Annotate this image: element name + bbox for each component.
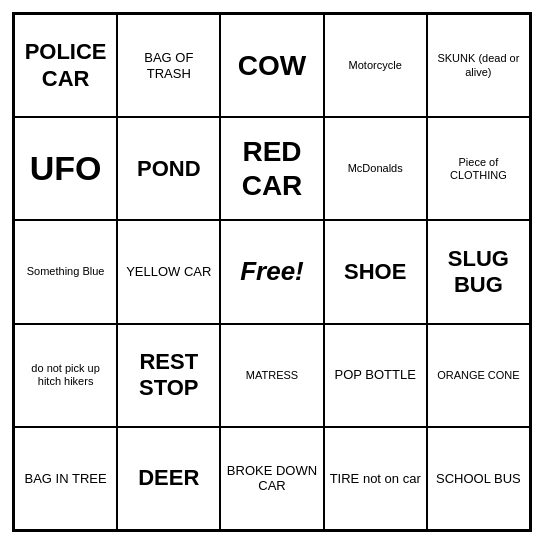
cell-text-23: TIRE not on car — [329, 471, 422, 487]
bingo-cell-24: SCHOOL BUS — [427, 427, 530, 530]
cell-text-5: UFO — [19, 148, 112, 189]
bingo-cell-10: Something Blue — [14, 220, 117, 323]
cell-text-9: Piece of CLOTHING — [432, 156, 525, 182]
bingo-cell-2: COW — [220, 14, 323, 117]
cell-text-22: BROKE DOWN CAR — [225, 463, 318, 494]
bingo-cell-17: MATRESS — [220, 324, 323, 427]
bingo-cell-18: POP BOTTLE — [324, 324, 427, 427]
cell-text-0: POLICE CAR — [19, 39, 112, 92]
bingo-cell-20: BAG IN TREE — [14, 427, 117, 530]
bingo-cell-5: UFO — [14, 117, 117, 220]
bingo-cell-9: Piece of CLOTHING — [427, 117, 530, 220]
bingo-cell-3: Motorcycle — [324, 14, 427, 117]
cell-text-7: RED CAR — [225, 135, 318, 202]
bingo-cell-19: ORANGE CONE — [427, 324, 530, 427]
cell-text-11: YELLOW CAR — [122, 264, 215, 280]
cell-text-24: SCHOOL BUS — [432, 471, 525, 487]
cell-text-15: do not pick up hitch hikers — [19, 362, 112, 388]
cell-text-8: McDonalds — [329, 162, 422, 175]
cell-text-1: BAG OF TRASH — [122, 50, 215, 81]
bingo-cell-16: REST STOP — [117, 324, 220, 427]
cell-text-19: ORANGE CONE — [432, 369, 525, 382]
bingo-board: POLICE CARBAG OF TRASHCOWMotorcycleSKUNK… — [12, 12, 532, 532]
bingo-cell-14: SLUG BUG — [427, 220, 530, 323]
bingo-cell-15: do not pick up hitch hikers — [14, 324, 117, 427]
cell-text-10: Something Blue — [19, 265, 112, 278]
bingo-cell-12: Free! — [220, 220, 323, 323]
bingo-cell-0: POLICE CAR — [14, 14, 117, 117]
bingo-cell-13: SHOE — [324, 220, 427, 323]
cell-text-13: SHOE — [329, 259, 422, 285]
bingo-cell-4: SKUNK (dead or alive) — [427, 14, 530, 117]
cell-text-14: SLUG BUG — [432, 246, 525, 299]
cell-text-20: BAG IN TREE — [19, 471, 112, 487]
cell-text-12: Free! — [225, 256, 318, 287]
cell-text-3: Motorcycle — [329, 59, 422, 72]
cell-text-17: MATRESS — [225, 369, 318, 382]
bingo-cell-1: BAG OF TRASH — [117, 14, 220, 117]
cell-text-6: POND — [122, 156, 215, 182]
bingo-cell-22: BROKE DOWN CAR — [220, 427, 323, 530]
bingo-cell-6: POND — [117, 117, 220, 220]
cell-text-18: POP BOTTLE — [329, 367, 422, 383]
cell-text-2: COW — [225, 49, 318, 83]
cell-text-21: DEER — [122, 465, 215, 491]
bingo-cell-7: RED CAR — [220, 117, 323, 220]
bingo-cell-8: McDonalds — [324, 117, 427, 220]
cell-text-16: REST STOP — [122, 349, 215, 402]
cell-text-4: SKUNK (dead or alive) — [432, 52, 525, 78]
bingo-cell-11: YELLOW CAR — [117, 220, 220, 323]
bingo-cell-23: TIRE not on car — [324, 427, 427, 530]
bingo-cell-21: DEER — [117, 427, 220, 530]
